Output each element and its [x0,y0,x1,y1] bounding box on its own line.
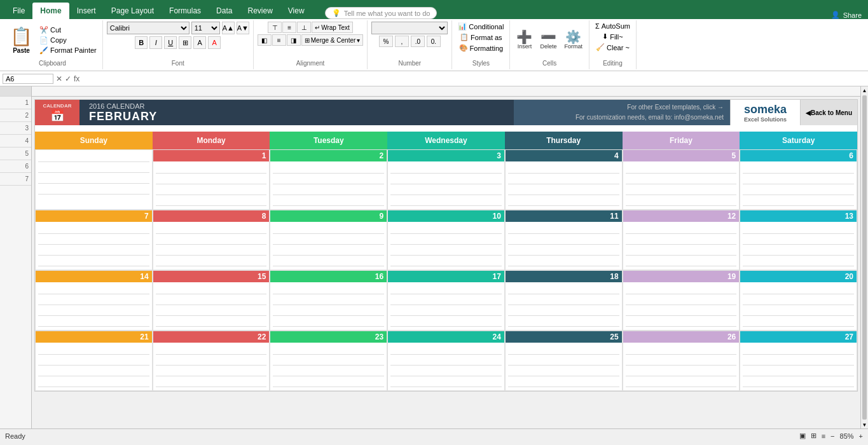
align-center-button[interactable]: ≡ [272,34,286,46]
cal-cell-8[interactable]: 8 [153,210,270,270]
align-right-button[interactable]: ◨ [287,34,301,46]
calendar-info: For other Excel templates, click → For c… [514,100,730,125]
cal-cell-16[interactable]: 16 [270,270,387,331]
cal-cell-12[interactable]: 12 [623,210,740,270]
insert-function-icon[interactable]: fx [74,74,79,83]
scrollbar-up-arrow[interactable]: ▲ [861,86,868,94]
tell-me-search[interactable]: 💡 Tell me what you want to do [325,7,437,19]
cal-cell-7[interactable]: 7 [35,210,153,270]
cut-button[interactable]: ✂️ Cut [38,25,99,35]
page-layout-view-icon[interactable]: ⊞ [811,432,816,440]
cal-cell-6[interactable]: 6 [740,149,857,210]
cal-cell-20[interactable]: 20 [740,270,857,331]
formula-input[interactable] [82,74,865,83]
zoom-decrease-button[interactable]: − [830,432,834,440]
autosum-button[interactable]: Σ AutoSum [593,22,632,31]
bold-button[interactable]: B [135,36,148,49]
format-as-table-button[interactable]: 📋 Format as [458,32,504,42]
tab-view[interactable]: View [280,3,312,19]
comma-button[interactable]: , [395,36,409,47]
format-painter-button[interactable]: 🖌️ Format Painter [38,46,99,55]
scrollbar-down-arrow[interactable]: ▼ [861,421,868,428]
merge-center-button[interactable]: ⊞ Merge & Center ▾ [301,34,364,46]
cal-cell-9[interactable]: 9 [270,210,387,270]
cal-cell-24[interactable]: 24 [387,331,505,391]
tab-pagelayout[interactable]: Page Layout [104,3,162,19]
cancel-formula-icon[interactable]: ✕ [56,74,62,83]
cal-cell-27[interactable]: 27 [740,331,857,391]
fill-label: Fill~ [610,33,623,41]
cal-cell-10[interactable]: 10 [387,210,505,270]
align-middle-button[interactable]: ≡ [282,22,296,33]
wrap-text-button[interactable]: ↵ Wrap Text [312,22,353,33]
cal-cell-4[interactable]: 4 [505,149,623,210]
back-to-menu-button[interactable]: ◀ Back to Menu [800,100,857,125]
calendar-week-1: 1 2 3 4 5 [35,149,857,210]
zoom-increase-button[interactable]: + [859,432,863,440]
paste-button[interactable]: 📋 Paste [6,24,36,56]
decrease-decimal-button[interactable]: 0. [427,36,441,47]
cells-group: ➕ Insert ➖ Delete ⚙️ Format Cells [510,20,589,69]
normal-view-icon[interactable]: ▣ [799,432,806,440]
clear-button[interactable]: 🧹 Clear ~ [594,43,631,52]
cal-cell-14[interactable]: 14 [35,270,153,331]
cal-cell-5[interactable]: 5 [623,149,740,210]
font-color-button[interactable]: A [208,36,221,49]
copy-button[interactable]: 📄 Copy [38,36,99,45]
tab-insert[interactable]: Insert [69,3,104,19]
increase-font-button[interactable]: A▲ [222,22,235,34]
tab-home[interactable]: Home [32,3,69,19]
decrease-font-button[interactable]: A▼ [237,22,249,34]
insert-button[interactable]: ➕ Insert [514,29,535,51]
tab-data[interactable]: Data [209,3,240,19]
align-bottom-button[interactable]: ⊥ [297,22,311,33]
cal-cell-11[interactable]: 11 [505,210,623,270]
page-break-view-icon[interactable]: ≡ [822,432,825,440]
percent-button[interactable]: % [379,36,393,47]
number-format-select[interactable] [371,22,448,34]
border-button[interactable]: ⊞ [179,36,191,49]
cell-styles-button[interactable]: 🎨 Formatting [457,43,506,53]
tab-review[interactable]: Review [240,3,280,19]
cal-cell-13[interactable]: 13 [740,210,857,270]
tab-file[interactable]: File [5,3,32,19]
font-family-select[interactable]: Calibri [107,22,189,34]
cal-cell-19[interactable]: 19 [623,270,740,331]
formula-bar: ✕ ✓ fx [0,71,868,86]
cal-cell-21[interactable]: 21 [35,331,153,391]
editing-label: Editing [603,58,623,68]
cal-cell-15[interactable]: 15 [153,270,270,331]
vertical-scrollbar[interactable]: ▲ ▼ [860,86,868,428]
cal-cell-1[interactable]: 1 [153,149,270,210]
share-label[interactable]: Share [843,11,862,19]
cal-cell-22[interactable]: 22 [153,331,270,391]
font-size-select[interactable]: 11 [191,22,220,34]
underline-button[interactable]: U [164,36,177,49]
cal-cell-18[interactable]: 18 [505,270,623,331]
increase-decimal-button[interactable]: .0 [411,36,425,47]
align-left-button[interactable]: ◧ [258,34,272,46]
cal-cell-blank[interactable] [35,149,153,210]
confirm-formula-icon[interactable]: ✓ [65,74,71,83]
cell-reference-input[interactable] [3,74,53,84]
conditional-formatting-button[interactable]: 📊 Conditional [456,22,506,31]
cal-cell-26[interactable]: 26 [623,331,740,391]
cal-cell-3[interactable]: 3 [387,149,505,210]
italic-button[interactable]: I [149,36,162,49]
cal-cell-23[interactable]: 23 [270,331,387,391]
format-button[interactable]: ⚙️ Format [561,29,585,51]
spreadsheet-content[interactable]: CALENDAR 📅 2016 CALENDAR FEBRUARY For ot… [32,86,860,428]
cal-cell-17[interactable]: 17 [387,270,505,331]
fill-button[interactable]: ⬇ Fill~ [600,32,624,41]
cal-cell-2[interactable]: 2 [270,149,387,210]
cal-cell-25[interactable]: 25 [505,331,623,391]
day-header-friday: Friday [623,132,740,149]
scrollbar-thumb[interactable] [862,95,867,420]
clipboard-group: 📋 Paste ✂️ Cut 📄 Copy 🖌️ Format Painter … [3,20,103,69]
font-group: Calibri 11 A▲ A▼ B I U ⊞ A A Font [103,20,254,69]
tab-formulas[interactable]: Formulas [162,3,209,19]
align-top-button[interactable]: ⊤ [268,22,282,33]
delete-button[interactable]: ➖ Delete [537,29,559,51]
fill-color-button[interactable]: A [193,36,206,49]
back-arrow-icon: ◀ [806,109,811,116]
